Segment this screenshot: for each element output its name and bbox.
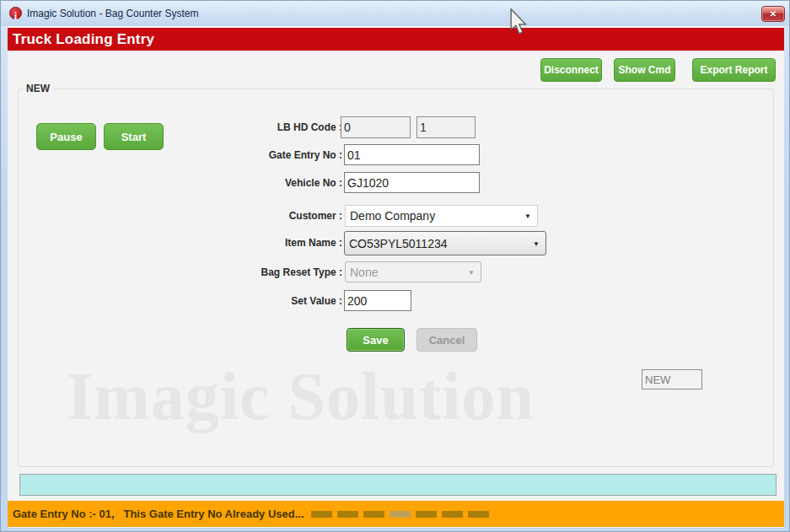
pause-button[interactable]: Pause <box>36 123 96 150</box>
lb-hd-code-input-a <box>341 116 411 138</box>
export-report-button[interactable]: Export Report <box>692 58 776 82</box>
chevron-down-icon: ▼ <box>468 268 475 276</box>
disconnect-button[interactable]: Disconnect <box>540 58 602 82</box>
marquee-dash <box>337 511 358 518</box>
vehicle-no-label: Vehicle No : <box>218 177 342 189</box>
bag-reset-type-label: Bag Reset Type : <box>218 266 342 278</box>
lb-hd-code-label: LB HD Code : <box>218 121 342 133</box>
item-name-label: Item Name : <box>218 237 342 249</box>
marquee-dash <box>390 511 411 518</box>
window-title: Imagic Solution - Bag Counter System <box>27 8 198 19</box>
cancel-button: Cancel <box>416 328 477 352</box>
status-bar: Gate Entry No :- 01, This Gate Entry No … <box>8 501 784 527</box>
vehicle-no-input[interactable] <box>344 172 480 193</box>
marquee-dash <box>442 511 463 518</box>
bag-reset-type-value: None <box>350 266 378 279</box>
customer-label: Customer : <box>218 210 342 222</box>
app-icon: i <box>9 7 22 19</box>
close-button[interactable]: ✕ <box>761 6 785 22</box>
page-title: Truck Loading Entry <box>8 28 784 51</box>
marquee-dash <box>363 511 384 518</box>
lb-hd-code-input-b <box>416 116 476 138</box>
set-value-input[interactable] <box>344 290 411 311</box>
chevron-down-icon: ▼ <box>524 212 531 220</box>
new-groupbox-label: NEW <box>23 83 53 94</box>
item-name-dropdown[interactable]: CO53PYL5011234 ▼ <box>344 231 546 255</box>
item-name-value: CO53PYL5011234 <box>349 237 448 250</box>
marquee-dashes <box>311 511 494 518</box>
message-field[interactable] <box>19 474 777 496</box>
status-message: Gate Entry No :- 01, This Gate Entry No … <box>13 501 304 527</box>
app-window: i Imagic Solution - Bag Counter System ✕… <box>0 0 790 532</box>
titlebar[interactable]: i Imagic Solution - Bag Counter System ✕ <box>1 1 789 26</box>
close-icon: ✕ <box>762 7 784 21</box>
mode-indicator-box[interactable] <box>642 369 702 390</box>
customer-value: Demo Company <box>350 209 435 223</box>
save-button[interactable]: Save <box>347 328 405 352</box>
gate-entry-no-label: Gate Entry No : <box>218 149 342 161</box>
marquee-dash <box>416 511 437 518</box>
customer-dropdown[interactable]: Demo Company ▼ <box>345 205 538 227</box>
gate-entry-no-input[interactable] <box>344 144 480 165</box>
chevron-down-icon: ▼ <box>533 239 540 247</box>
bag-reset-type-dropdown: None ▼ <box>345 261 481 282</box>
client-area: Truck Loading Entry Disconnect Show Cmd … <box>8 26 784 528</box>
marquee-dash <box>311 511 332 518</box>
marquee-dash <box>468 511 489 518</box>
start-button[interactable]: Start <box>104 123 164 150</box>
set-value-label: Set Value : <box>218 295 342 307</box>
show-cmd-button[interactable]: Show Cmd <box>614 58 675 82</box>
